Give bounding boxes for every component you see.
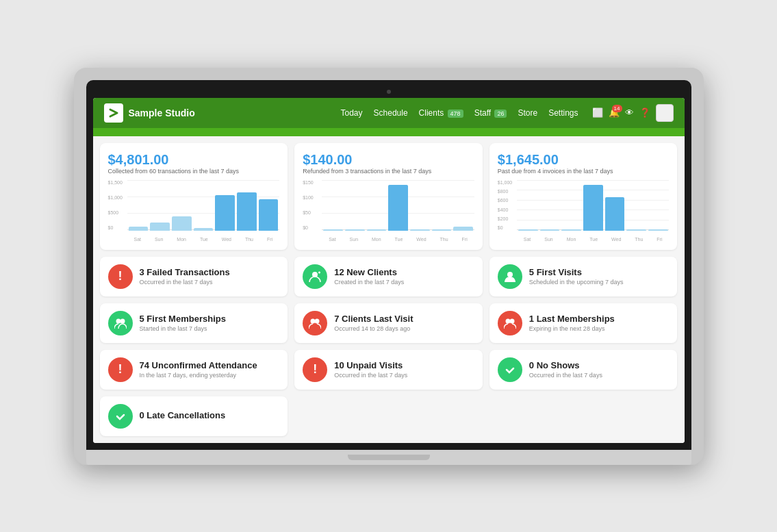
charts-row: $4,801.00 Collected from 60 transactions… [100,143,678,250]
stats-grid: ! 3 Failed Transactions Occurred in the … [100,257,678,436]
pastdue-subtitle: Past due from 4 invoices in the last 7 d… [498,168,670,175]
collected-chart: $1,500 $1,000 $500 $0 [108,180,280,242]
stat-info-first-visits: 5 First Visits Scheduled in the upcoming… [529,267,624,286]
stat-info-unpaid-visits: 10 Unpaid Visits Occurred in the last 7 … [334,360,407,379]
stat-title-failed: 3 Failed Transactions [140,267,230,279]
stat-desc-unpaid-visits: Occurred in the last 7 days [334,372,407,379]
laptop-notch [348,455,430,460]
stat-failed-transactions[interactable]: ! 3 Failed Transactions Occurred in the … [100,257,288,296]
stat-title-unpaid-visits: 10 Unpaid Visits [334,360,407,372]
bar-thu2 [432,229,452,230]
stat-late-cancellations[interactable]: 0 Late Cancellations [100,396,288,436]
stat-title-last-memberships: 1 Last Memberships [529,314,615,325]
stat-title-first-visits: 5 First Visits [529,267,624,279]
svg-point-5 [120,318,125,323]
nav-staff[interactable]: Staff 26 [474,108,507,118]
chart-pastdue: $1,645.00 Past due from 4 invoices in th… [489,143,678,250]
stat-desc-no-shows: Occurred in the last 7 days [529,372,602,379]
screen: Sample Studio Today Schedule Clients 478… [93,98,685,443]
logo-icon [104,103,123,123]
stat-title-late-cancel: 0 Late Cancellations [140,410,226,422]
monitor-icon-btn[interactable]: ⬜ [592,107,603,118]
nav-clients[interactable]: Clients 478 [419,108,463,118]
clients-last-visit-icon [303,311,327,335]
refunded-subtitle: Refunded from 3 transactions in the last… [303,168,474,175]
stat-title-first-memberships: 5 First Memberships [140,314,226,325]
stat-info-late-cancel: 0 Late Cancellations [140,410,226,422]
bell-icon-btn[interactable]: 🔔 14 [609,107,620,118]
stat-no-shows[interactable]: 0 No Shows Occurred in the last 7 days [489,350,678,390]
stat-info-unconfirmed: 74 Unconfirmed Attendance In the last 7 … [140,360,257,379]
pastdue-chart: $1,000 $800 $600 $400 $200 $0 [498,180,670,242]
stat-last-memberships[interactable]: 1 Last Memberships Expiring in the next … [489,303,678,343]
bar-sat [129,227,149,231]
nav-schedule[interactable]: Schedule [374,108,408,118]
no-shows-icon [498,357,522,382]
bar-sat3 [518,229,538,230]
bar-tue2 [388,185,408,231]
bar-sun [150,223,170,231]
bar-wed3 [605,197,625,230]
logo-area: Sample Studio [104,103,195,123]
nav-settings[interactable]: Settings [548,108,578,118]
pastdue-amount: $1,645.00 [498,151,670,168]
screen-bezel: Sample Studio Today Schedule Clients 478… [86,80,691,450]
eye-icon-btn[interactable]: 👁 [625,107,634,118]
stat-clients-last-visit[interactable]: 7 Clients Last Visit Occurred 14 to 28 d… [294,303,483,343]
refunded-chart: $150 $100 $50 $0 [303,180,474,242]
app-header: Sample Studio Today Schedule Clients 478… [93,98,685,128]
bar-wed2 [410,229,430,230]
refunded-amount: $140.00 [303,151,474,168]
unconfirmed-icon: ! [108,357,133,382]
header-icons: ⬜ 🔔 14 👁 ❓ [592,104,674,122]
svg-point-8 [505,318,510,323]
stat-first-visits[interactable]: 5 First Visits Scheduled in the upcoming… [489,257,678,296]
bar-sun2 [345,229,365,230]
help-icon-btn[interactable]: ❓ [639,107,650,118]
last-memberships-icon [498,311,522,335]
bar-sat2 [323,229,343,230]
bar-mon [172,216,192,231]
stat-info-new-clients: 12 New Clients Created in the last 7 day… [334,267,404,286]
svg-point-7 [315,318,320,323]
bar-mon3 [561,229,581,230]
stat-desc-new-clients: Created in the last 7 days [334,279,404,286]
staff-badge: 26 [494,110,507,118]
stat-first-memberships[interactable]: 5 First Memberships Started in the last … [100,303,288,343]
laptop-base [86,450,691,465]
chart-refunded: $140.00 Refunded from 3 transactions in … [294,143,483,250]
failed-icon: ! [108,264,133,289]
stat-desc-clients-last-visit: Occurred 14 to 28 days ago [334,325,413,332]
bar-fri2 [453,227,473,231]
bar-fri [259,199,279,231]
collected-amount: $4,801.00 [108,151,280,168]
new-clients-icon [303,264,327,289]
first-memberships-icon [108,311,133,335]
nav-today[interactable]: Today [341,108,363,118]
stat-info-first-memberships: 5 First Memberships Started in the last … [140,314,226,332]
app-title: Sample Studio [129,107,195,118]
stat-new-clients[interactable]: 12 New Clients Created in the last 7 day… [294,257,483,296]
stat-desc-last-memberships: Expiring in the next 28 days [529,325,615,332]
user-avatar[interactable] [656,104,674,122]
nav-store[interactable]: Store [518,108,537,118]
first-visits-icon [498,264,522,289]
stat-title-no-shows: 0 No Shows [529,360,602,372]
stat-info-no-shows: 0 No Shows Occurred in the last 7 days [529,360,602,379]
bar-thu [237,192,257,231]
svg-point-9 [509,318,514,323]
stat-info-failed: 3 Failed Transactions Occurred in the la… [140,267,230,286]
bar-sun3 [540,229,560,230]
stat-title-clients-last-visit: 7 Clients Last Visit [334,314,413,325]
bar-tue3 [583,185,603,231]
camera [387,90,391,94]
stat-info-clients-last-visit: 7 Clients Last Visit Occurred 14 to 28 d… [334,314,413,332]
stat-desc-unconfirmed: In the last 7 days, ending yesterday [140,372,257,379]
late-cancel-icon [108,404,133,429]
bar-thu3 [626,229,646,230]
notif-badge: 14 [612,105,622,112]
bar-mon2 [367,229,387,230]
stat-unpaid-visits[interactable]: ! 10 Unpaid Visits Occurred in the last … [294,350,483,390]
stat-unconfirmed[interactable]: ! 74 Unconfirmed Attendance In the last … [100,350,288,390]
stat-desc-first-memberships: Started in the last 7 days [140,325,226,332]
